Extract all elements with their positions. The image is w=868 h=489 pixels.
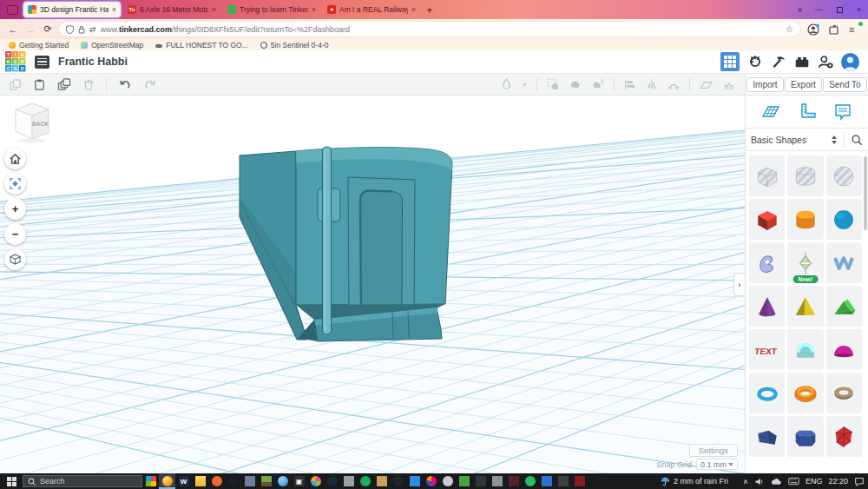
canvas-3d-viewport[interactable]: BACK + − Settings Snap Grid 0.1 mm: [0, 96, 745, 473]
shape-roof[interactable]: [826, 286, 862, 327]
taskbar-app-camera-app[interactable]: [472, 473, 489, 489]
taskbar-app-firefox[interactable]: [159, 473, 175, 489]
reload-button[interactable]: ⟳: [42, 23, 54, 35]
shape-hexagonal-prism[interactable]: [787, 416, 823, 457]
back-button[interactable]: ←: [7, 24, 19, 35]
zoom-out-button[interactable]: −: [4, 223, 26, 245]
redo-icon[interactable]: [143, 78, 157, 91]
shapes-mode-button[interactable]: [720, 52, 740, 71]
taskbar-app-sphere-browser[interactable]: [274, 473, 291, 489]
duplicate-icon[interactable]: [57, 78, 71, 91]
maximize-button[interactable]: [837, 7, 843, 13]
language-indicator[interactable]: ENG: [806, 477, 823, 486]
forward-button[interactable]: →: [24, 24, 36, 35]
shape-squiggle[interactable]: [826, 242, 862, 283]
taskbar-app-flame-app[interactable]: [208, 473, 225, 489]
shape-half-cylinder[interactable]: [787, 329, 823, 370]
shape-category-select[interactable]: Basic Shapes: [751, 135, 832, 145]
account-avatar[interactable]: [841, 53, 859, 71]
shape-icosahedron[interactable]: [826, 416, 862, 457]
shape-sphere-hole[interactable]: [826, 155, 862, 196]
taskbar-app-pinwheel-app[interactable]: [307, 473, 324, 489]
taskbar-app-creeper-app[interactable]: [456, 473, 472, 489]
zoom-in-button[interactable]: +: [4, 198, 26, 220]
taskbar-app-utility-app[interactable]: [489, 473, 505, 489]
home-view-button[interactable]: [4, 148, 26, 169]
tab-learn-tinkercad[interactable]: Trying to learn TinkerCAD - Wo ×: [223, 2, 320, 17]
tinkercad-logo[interactable]: T I N K E R C A D: [5, 51, 26, 72]
taskbar-app-car-app[interactable]: [340, 473, 357, 489]
import-button[interactable]: Import: [746, 77, 783, 92]
taskbar-app-dark-dot-app[interactable]: [390, 473, 406, 489]
shape-sphere[interactable]: [826, 199, 862, 240]
ungroup-all-icon[interactable]: [591, 77, 605, 91]
taskbar-app-mail-app[interactable]: [406, 473, 423, 489]
account-icon[interactable]: [807, 23, 819, 36]
minecraft-mode-icon[interactable]: [771, 54, 786, 69]
tab-close-icon[interactable]: ×: [212, 5, 216, 14]
bookmark-sentinel[interactable]: 5in Sentinel 0-4-0: [260, 41, 329, 50]
view-cube[interactable]: BACK: [7, 97, 57, 144]
onedrive-cloud-icon[interactable]: [771, 477, 782, 486]
scrollbar-thumb[interactable]: [864, 156, 867, 230]
taskbar-weather[interactable]: 2 mm of rain Fri: [661, 477, 728, 486]
new-tab-button[interactable]: +: [426, 3, 433, 17]
tab-close-icon[interactable]: ×: [411, 5, 416, 14]
tab-tinkercad-design[interactable]: 3D design Frantic Habbi - Tink ×: [23, 2, 121, 17]
workplane-tool-icon[interactable]: [699, 78, 713, 91]
design-menu-button[interactable]: [35, 56, 49, 69]
fit-view-button[interactable]: [4, 173, 26, 195]
shape-tube[interactable]: [826, 373, 862, 413]
taskbar-app-steam-alt[interactable]: [324, 473, 340, 489]
undo-icon[interactable]: [118, 78, 132, 91]
taskbar-app-whatsapp[interactable]: [522, 473, 538, 489]
taskbar-app-blue-app[interactable]: [538, 473, 555, 489]
taskbar-app-tan-game[interactable]: [373, 473, 390, 489]
share-user-icon[interactable]: [818, 55, 833, 69]
tab-close-icon[interactable]: ×: [112, 5, 116, 14]
bricks-mode-icon[interactable]: [794, 55, 810, 69]
start-button[interactable]: [0, 473, 23, 489]
clock[interactable]: 22:20: [828, 477, 848, 486]
shape-cylinder[interactable]: [787, 199, 823, 240]
list-tabs-button[interactable]: ∨: [797, 5, 803, 14]
shape-half-sphere[interactable]: [826, 329, 862, 370]
group-icon[interactable]: [546, 77, 560, 91]
workplane-helper-icon[interactable]: [760, 102, 781, 122]
bookmark-full-honest[interactable]: FULL HONEST TO GO...: [155, 41, 248, 50]
shape-thin-torus[interactable]: [749, 373, 785, 413]
tab-motorised-chassis[interactable]: To 6 Axle 16 Metre Motorised Cha ×: [123, 2, 220, 17]
copy-icon[interactable]: [9, 78, 22, 91]
taskbar-search[interactable]: Search: [23, 475, 142, 487]
panel-collapse-button[interactable]: ›: [733, 273, 745, 296]
taskbar-app-snip-app[interactable]: [555, 473, 571, 489]
codeblocks-mode-icon[interactable]: [747, 54, 763, 69]
shape-cylinder-hole[interactable]: [787, 155, 823, 196]
url-bar[interactable]: ⇄ www.tinkercad.com/things/0ID8XFfx5UF/e…: [59, 22, 800, 36]
volume-icon[interactable]: [754, 477, 765, 486]
ruler-helper-icon[interactable]: [797, 102, 818, 122]
shape-text[interactable]: TEXT: [749, 329, 785, 370]
paste-icon[interactable]: [33, 78, 46, 91]
hidden-icons-chevron[interactable]: ∧: [743, 478, 748, 486]
panel-scrollbar[interactable]: [864, 156, 867, 489]
shape-cone[interactable]: [749, 286, 785, 327]
shape-box[interactable]: [749, 199, 785, 240]
taskbar-app-maroon-app[interactable]: [505, 473, 522, 489]
send-to-button[interactable]: Send To: [823, 77, 867, 92]
shape-spinning-top[interactable]: New!: [787, 242, 823, 283]
measure-tool-icon[interactable]: [722, 78, 736, 91]
tab-youtube-video[interactable]: Am I a REAL Railway Modeller? ×: [323, 2, 420, 17]
flip-icon[interactable]: [645, 78, 658, 91]
design-title[interactable]: Frantic Habbi: [58, 56, 128, 68]
close-button[interactable]: ×: [857, 5, 861, 14]
settings-button[interactable]: Settings: [689, 444, 738, 457]
perspective-toggle-button[interactable]: [4, 248, 26, 270]
mirror-icon[interactable]: [667, 78, 681, 91]
taskbar-app-green-circle-app[interactable]: [357, 473, 373, 489]
tab-close-icon[interactable]: ×: [312, 5, 316, 14]
export-button[interactable]: Export: [785, 77, 822, 92]
shape-torus[interactable]: [787, 373, 823, 413]
taskbar-app-image-viewer[interactable]: ▣: [291, 473, 307, 489]
lock-icon[interactable]: [78, 25, 85, 34]
